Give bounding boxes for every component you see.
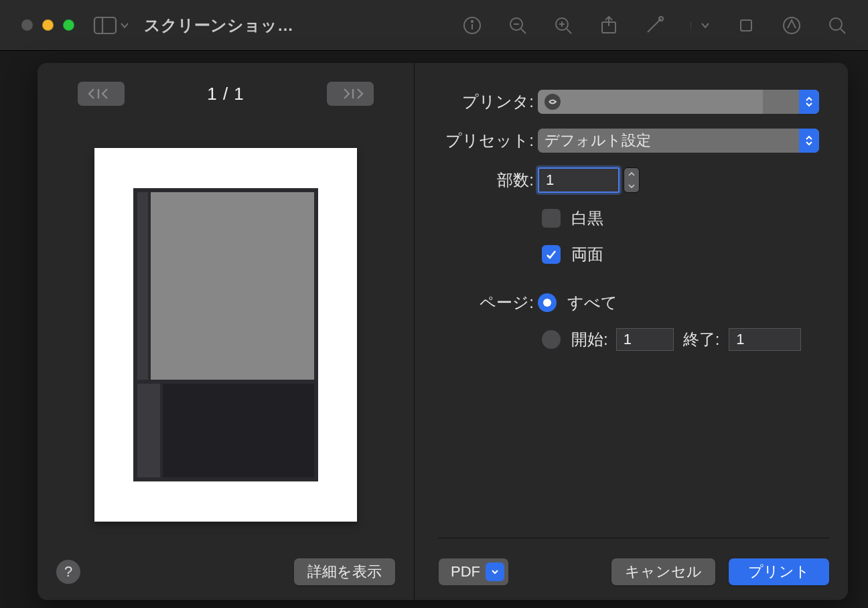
pages-from-input[interactable] [616, 328, 674, 351]
blackwhite-label: 白黒 [571, 208, 603, 229]
chevron-down-icon [486, 562, 504, 581]
sidebar-toggle-icon[interactable] [93, 16, 117, 35]
markup-icon[interactable] [645, 16, 664, 35]
select-stepper-icon [799, 90, 819, 114]
print-options-panel: プリンタ: プリセット: デフォルト設定 部数: [415, 63, 848, 600]
printer-select[interactable] [538, 90, 819, 114]
preset-select-value: デフォルト設定 [545, 131, 812, 151]
preset-label: プリセット: [439, 130, 538, 151]
share-icon[interactable] [599, 15, 618, 35]
window-title: スクリーンショッ… [144, 15, 293, 36]
prev-page-button[interactable] [78, 82, 125, 106]
traffic-lights [21, 19, 74, 31]
window-minimize-button[interactable] [42, 19, 54, 31]
parent-window-toolbar: スクリーンショッ… [0, 0, 868, 51]
copies-label: 部数: [439, 169, 538, 191]
blackwhite-checkbox[interactable] [542, 209, 561, 228]
svg-point-4 [472, 20, 473, 21]
pdf-menu-button[interactable]: PDF [439, 558, 508, 585]
duplex-label: 両面 [571, 244, 603, 265]
pdf-button-label: PDF [451, 563, 480, 581]
svg-line-18 [841, 29, 845, 33]
print-button[interactable]: プリント [729, 558, 829, 585]
print-preview-panel: 1 / 1 ? 詳細を表示 [38, 63, 415, 600]
page-counter: 1 / 1 [207, 84, 244, 104]
duplex-checkbox[interactable] [542, 245, 561, 264]
rotate-icon[interactable] [737, 16, 755, 35]
preset-select[interactable]: デフォルト設定 [538, 129, 819, 153]
help-button[interactable]: ? [56, 560, 80, 584]
printer-status-icon [545, 94, 561, 110]
search-icon[interactable] [828, 16, 847, 35]
info-icon[interactable] [463, 16, 482, 35]
window-zoom-button[interactable] [63, 19, 74, 31]
window-close-button[interactable] [21, 19, 33, 31]
markup-circle-icon[interactable] [782, 16, 801, 35]
svg-point-17 [830, 18, 842, 30]
cancel-button[interactable]: キャンセル [611, 558, 715, 585]
pages-label: ページ: [439, 292, 538, 313]
pages-all-label: すべて [567, 292, 618, 313]
copies-stepper[interactable] [624, 167, 640, 193]
chevron-down-icon[interactable] [691, 22, 710, 29]
stepper-up-icon[interactable] [624, 168, 639, 180]
pages-from-label: 開始: [571, 329, 608, 350]
print-dialog: 1 / 1 ? 詳細を表示 [38, 63, 848, 600]
show-details-button[interactable]: 詳細を表示 [294, 558, 395, 585]
pages-to-input[interactable] [729, 328, 801, 351]
pages-all-radio[interactable] [538, 293, 557, 312]
svg-rect-0 [94, 17, 116, 33]
next-page-button[interactable] [327, 82, 374, 106]
chevron-down-icon[interactable] [120, 22, 129, 29]
printer-label: プリンタ: [439, 91, 538, 112]
print-preview-page [94, 148, 357, 522]
select-stepper-icon [799, 129, 819, 153]
pages-to-label: 終了: [683, 329, 720, 350]
zoom-out-icon[interactable] [508, 16, 527, 35]
svg-rect-15 [741, 20, 751, 31]
pages-range-radio[interactable] [542, 330, 561, 349]
copies-input[interactable] [538, 167, 620, 193]
zoom-in-icon[interactable] [554, 16, 573, 35]
stepper-down-icon[interactable] [624, 180, 639, 192]
svg-line-9 [567, 29, 571, 33]
svg-line-6 [521, 29, 526, 33]
